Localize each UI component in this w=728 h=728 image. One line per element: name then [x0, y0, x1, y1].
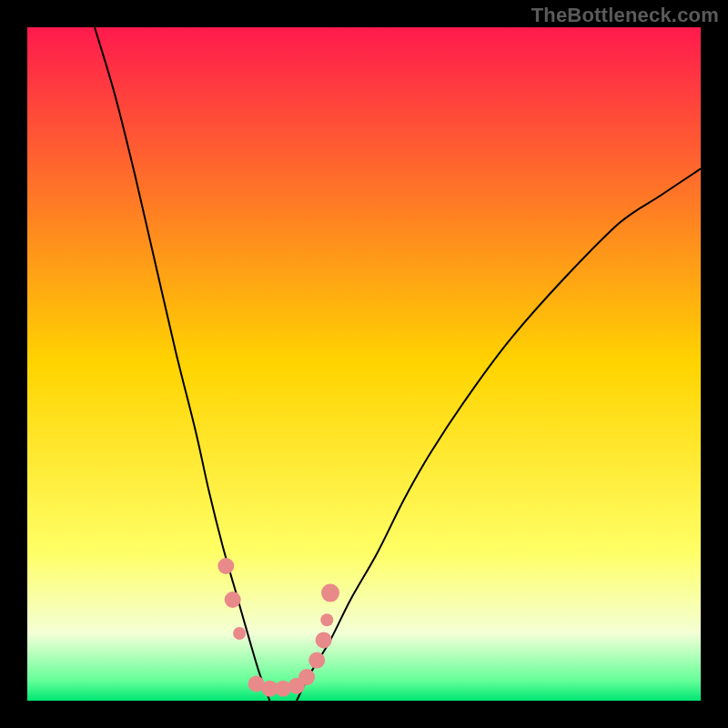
chart-background: [27, 27, 701, 701]
marker-point: [321, 584, 339, 602]
marker-point: [308, 652, 325, 669]
marker-point: [233, 627, 246, 640]
marker-point: [217, 558, 234, 574]
plot-area: [27, 27, 701, 701]
marker-point: [298, 669, 315, 685]
marker-point: [320, 613, 333, 626]
watermark-text: TheBottleneck.com: [531, 4, 719, 27]
chart-svg: [27, 27, 701, 701]
marker-point: [316, 632, 332, 648]
chart-frame: TheBottleneck.com: [0, 0, 728, 728]
marker-point: [275, 681, 291, 697]
marker-point: [225, 592, 241, 608]
